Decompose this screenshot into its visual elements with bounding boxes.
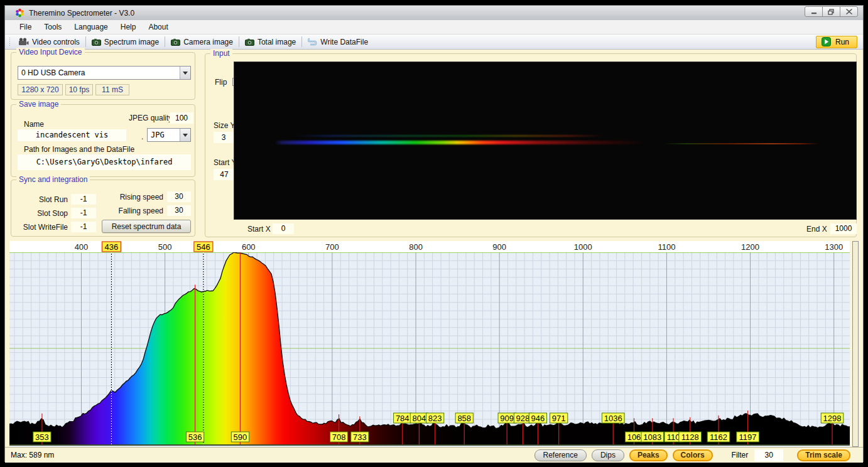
svg-text:971: 971 bbox=[552, 414, 566, 423]
peak-label: 733 bbox=[351, 432, 369, 442]
svg-text:700: 700 bbox=[325, 242, 339, 252]
menu-item-tools[interactable]: Tools bbox=[38, 21, 68, 33]
screen: Theremino Spectrometer - V3.0 FileToolsL… bbox=[0, 0, 868, 467]
toolbar-spectrum-image[interactable]: Spectrum image bbox=[87, 36, 163, 48]
falling-speed-label: Falling speed bbox=[112, 207, 163, 215]
infrared-streak bbox=[663, 143, 819, 144]
name-label: Name bbox=[24, 120, 44, 129]
slot-writefile-field[interactable]: -1 bbox=[71, 222, 96, 232]
path-label: Path for Images and the DataFile bbox=[24, 145, 134, 154]
peak-label: 858 bbox=[455, 413, 473, 423]
slot-stop-label: Slot Stop bbox=[14, 209, 68, 218]
start-y-field[interactable]: 47 bbox=[214, 169, 235, 180]
peak-label: 590 bbox=[231, 432, 249, 442]
svg-text:600: 600 bbox=[242, 242, 256, 252]
toolbar-total-image[interactable]: Total image bbox=[241, 36, 300, 48]
peak-label: 1083 bbox=[641, 432, 664, 442]
toolbar-write-datafile[interactable]: Write DataFile bbox=[303, 36, 372, 48]
format-value: JPG bbox=[148, 131, 180, 139]
peak-label: 1036 bbox=[602, 413, 624, 423]
dot-label: . bbox=[141, 132, 143, 141]
close-button[interactable] bbox=[840, 6, 858, 17]
window-title: Theremino Spectrometer - V3.0 bbox=[29, 9, 134, 18]
menu-item-about[interactable]: About bbox=[142, 21, 174, 33]
slot-run-label: Slot Run bbox=[14, 195, 68, 204]
format-select[interactable]: JPG bbox=[147, 128, 191, 142]
app-logo-icon bbox=[15, 8, 24, 18]
video-device-select[interactable]: 0 HD USB Camera bbox=[18, 66, 191, 80]
toolbar-grip[interactable] bbox=[9, 37, 11, 47]
svg-text:858: 858 bbox=[457, 414, 471, 423]
svg-text:1100: 1100 bbox=[658, 242, 675, 252]
end-x-field[interactable]: 1000 bbox=[830, 223, 857, 234]
jpeg-quality-label: JPEG quality bbox=[129, 114, 172, 122]
falling-speed-field[interactable]: 30 bbox=[167, 205, 191, 216]
spectrum-chart[interactable]: 7848048238589099289469711036129835353659… bbox=[9, 241, 850, 447]
fps-badge[interactable]: 10 fps bbox=[65, 84, 93, 95]
start-y-label: Start Y bbox=[214, 158, 236, 167]
camera-image[interactable] bbox=[234, 62, 857, 220]
dips-button[interactable]: Dips bbox=[592, 449, 624, 461]
name-field[interactable]: incandescent vis bbox=[18, 129, 126, 141]
colors-button[interactable]: Colors bbox=[673, 449, 713, 461]
camera-icon bbox=[92, 38, 101, 46]
video-input-title: Video Input Device bbox=[16, 48, 85, 56]
svg-text:909: 909 bbox=[500, 414, 514, 423]
menu-item-help[interactable]: Help bbox=[114, 21, 143, 33]
camera-icon bbox=[245, 38, 254, 46]
svg-text:784: 784 bbox=[396, 414, 410, 423]
svg-text:1083: 1083 bbox=[643, 432, 661, 442]
svg-text:800: 800 bbox=[409, 242, 423, 252]
reference-button[interactable]: Reference bbox=[534, 449, 587, 461]
svg-text:928: 928 bbox=[516, 414, 530, 423]
sync-group: Sync and integration Slot Run -1 Slot St… bbox=[11, 180, 195, 237]
start-x-field[interactable]: 0 bbox=[273, 223, 294, 234]
save-image-title: Save image bbox=[16, 100, 61, 109]
filter-field[interactable]: 30 bbox=[754, 449, 783, 461]
resolution-badge[interactable]: 1280 x 720 bbox=[18, 84, 63, 95]
input-title: Input bbox=[210, 49, 232, 58]
svg-text:1036: 1036 bbox=[604, 414, 622, 423]
reset-spectrum-button[interactable]: Reset spectrum data bbox=[102, 220, 191, 233]
size-y-field[interactable]: 3 bbox=[214, 132, 234, 143]
svg-text:110: 110 bbox=[667, 432, 680, 442]
chart-scrollbar[interactable] bbox=[852, 241, 859, 447]
minimize-button[interactable] bbox=[805, 6, 823, 17]
toolbar-camera-image[interactable]: Camera image bbox=[166, 36, 237, 48]
chevron-down-icon bbox=[183, 72, 188, 75]
svg-text:1200: 1200 bbox=[741, 242, 759, 252]
slot-run-field[interactable]: -1 bbox=[71, 194, 96, 205]
dropdown-button[interactable] bbox=[180, 129, 190, 141]
jpeg-quality-field[interactable]: 100 bbox=[170, 112, 193, 124]
peak-label: 106 bbox=[625, 432, 643, 442]
slot-stop-field[interactable]: -1 bbox=[71, 208, 96, 218]
svg-text:900: 900 bbox=[492, 242, 506, 252]
peak-label: 1162 bbox=[707, 432, 730, 442]
save-image-group: Save image JPEG quality 100 Name incande… bbox=[11, 104, 195, 177]
rising-speed-field[interactable]: 30 bbox=[167, 191, 191, 202]
peak-label: 971 bbox=[550, 413, 568, 423]
menu-item-file[interactable]: File bbox=[13, 21, 38, 33]
toolbar: Video controlsSpectrum imageCamera image… bbox=[5, 35, 863, 50]
chevron-down-icon bbox=[183, 134, 188, 137]
peak-label: 1197 bbox=[737, 432, 759, 442]
title-bar[interactable]: Theremino Spectrometer - V3.0 bbox=[5, 6, 863, 20]
menu-item-language[interactable]: Language bbox=[68, 21, 114, 33]
peaks-button[interactable]: Peaks bbox=[629, 449, 668, 461]
latency-badge[interactable]: 11 mS bbox=[95, 84, 129, 95]
run-button[interactable]: Run bbox=[816, 36, 857, 48]
maximize-button[interactable] bbox=[822, 6, 840, 17]
dropdown-button[interactable] bbox=[180, 67, 190, 79]
svg-text:708: 708 bbox=[332, 432, 346, 442]
svg-text:823: 823 bbox=[428, 414, 442, 423]
svg-text:436: 436 bbox=[105, 242, 119, 252]
path-field[interactable]: C:\Users\GaryG\Desktop\infared bbox=[18, 154, 191, 170]
peak-label: 353 bbox=[33, 432, 51, 442]
svg-text:590: 590 bbox=[234, 432, 247, 442]
toolbar-video-controls[interactable]: Video controls bbox=[14, 36, 84, 48]
toolbar-separator bbox=[301, 36, 302, 47]
video-device-value: 0 HD USB Camera bbox=[18, 68, 180, 77]
toolbar-items: Video controlsSpectrum imageCamera image… bbox=[14, 36, 372, 48]
menu-bar: FileToolsLanguageHelpAbout bbox=[5, 20, 863, 35]
trim-scale-button[interactable]: Trim scale bbox=[797, 449, 850, 461]
